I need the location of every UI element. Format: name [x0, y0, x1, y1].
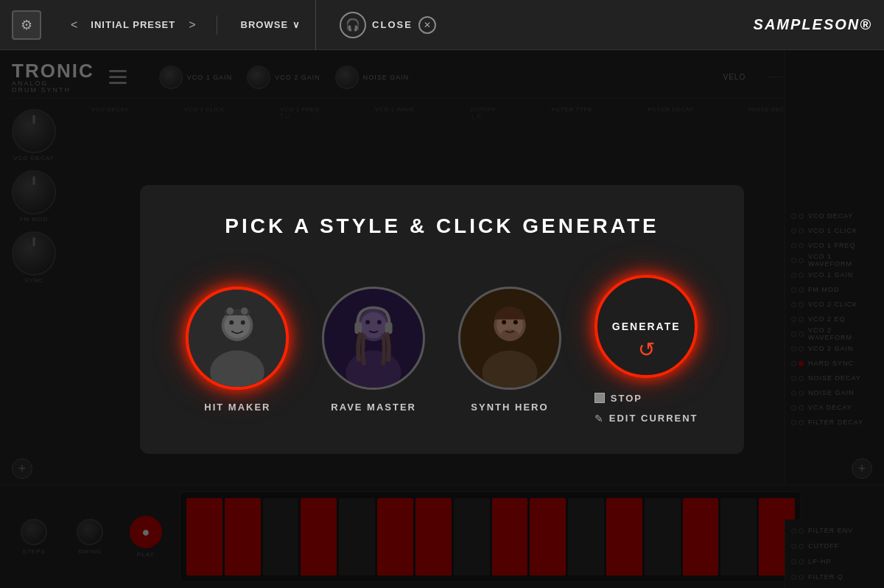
generate-arrows-icon: ↺: [638, 337, 655, 362]
hit-maker-label: HIT MAKER: [204, 402, 270, 413]
svg-point-14: [377, 320, 382, 324]
browse-button[interactable]: BROWSE ∨: [226, 0, 317, 50]
hit-maker-image: [189, 288, 286, 388]
style-circle-synth-hero[interactable]: [458, 287, 561, 390]
close-section[interactable]: 🎧 CLOSE ✕: [325, 12, 451, 38]
style-circle-rave-master[interactable]: [322, 287, 425, 390]
rave-master-image: [324, 288, 423, 388]
svg-point-22: [513, 320, 518, 324]
top-bar-left: ⚙ < INITIAL PRESET > BROWSE ∨ 🎧 CLOSE ✕: [12, 0, 754, 50]
preset-nav: < INITIAL PRESET >: [50, 15, 217, 35]
headphones-icon: 🎧: [340, 12, 366, 38]
modal-title: PICK A STYLE & CLICK GENERATE: [177, 214, 707, 238]
preset-prev-button[interactable]: <: [65, 15, 83, 35]
svg-point-7: [227, 307, 234, 315]
style-item-rave-master[interactable]: RAVE MASTER: [322, 287, 425, 413]
style-picker-modal: PICK A STYLE & CLICK GENERATE: [140, 185, 744, 454]
gear-icon: ⚙: [21, 17, 32, 33]
top-bar-right: SAMPLESON®: [754, 16, 872, 33]
close-label: CLOSE: [372, 19, 413, 30]
browse-chevron-icon: ∨: [292, 19, 301, 30]
generate-button[interactable]: GENERATE ↺: [594, 275, 698, 378]
style-circle-hit-maker[interactable]: [186, 287, 289, 390]
stop-icon: [594, 393, 605, 403]
svg-point-5: [241, 320, 245, 324]
close-x-button[interactable]: ✕: [418, 16, 436, 34]
generate-section: GENERATE ↺ STOP ✎ EDIT CURRENT: [594, 275, 698, 424]
svg-rect-16: [385, 322, 393, 334]
svg-point-21: [502, 320, 506, 324]
svg-point-4: [230, 320, 234, 324]
rave-master-label: RAVE MASTER: [331, 402, 416, 413]
preset-next-button[interactable]: >: [183, 15, 201, 35]
edit-control[interactable]: ✎ EDIT CURRENT: [594, 413, 698, 424]
stop-control[interactable]: STOP: [594, 393, 642, 404]
browse-label: BROWSE: [241, 19, 289, 30]
edit-label: EDIT CURRENT: [609, 413, 698, 424]
style-item-hit-maker[interactable]: HIT MAKER: [186, 287, 289, 413]
edit-icon: ✎: [594, 413, 603, 424]
style-item-synth-hero[interactable]: SYNTH HERO: [458, 287, 561, 413]
modal-overlay: PICK A STYLE & CLICK GENERATE: [0, 50, 884, 588]
action-controls: STOP ✎ EDIT CURRENT: [594, 393, 698, 424]
brand-logo: SAMPLESON®: [754, 16, 872, 32]
top-bar: ⚙ < INITIAL PRESET > BROWSE ∨ 🎧 CLOSE ✕ …: [0, 0, 884, 50]
stop-label: STOP: [611, 393, 642, 404]
generate-label: GENERATE: [612, 321, 681, 332]
main-area: TRONIC ANALOG DRUM SYNTH VCO 1 GAIN VCO …: [0, 50, 884, 588]
svg-point-13: [365, 320, 370, 324]
gear-button[interactable]: ⚙: [12, 10, 41, 40]
svg-rect-15: [355, 322, 362, 334]
svg-point-3: [225, 312, 250, 338]
svg-point-8: [241, 307, 248, 315]
svg-point-23: [501, 329, 519, 338]
modal-content: HIT MAKER: [177, 275, 707, 424]
synth-hero-label: SYNTH HERO: [471, 402, 548, 413]
preset-name: INITIAL PRESET: [91, 19, 175, 30]
synth-background: TRONIC ANALOG DRUM SYNTH VCO 1 GAIN VCO …: [0, 50, 884, 588]
synth-hero-image: [460, 288, 559, 388]
